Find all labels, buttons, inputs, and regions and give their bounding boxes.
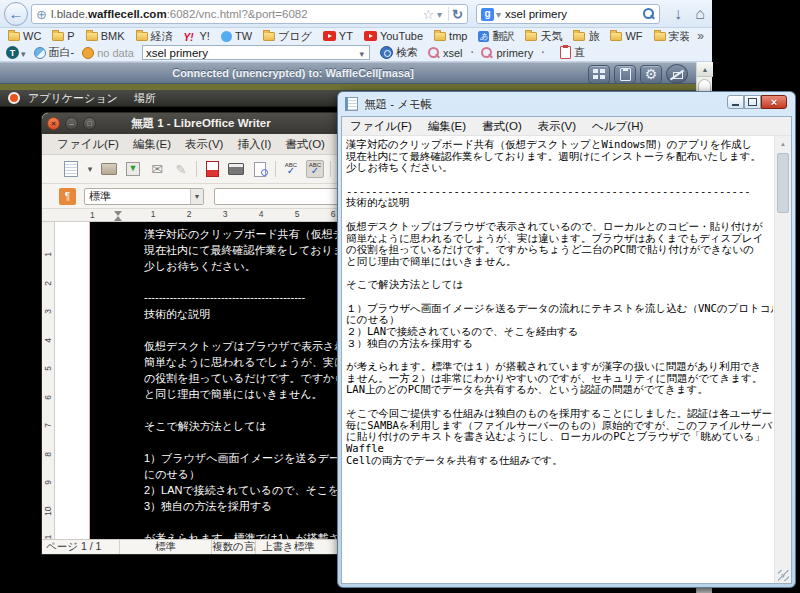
highlight-primery-label[interactable]: primery — [496, 47, 533, 59]
search-go-icon[interactable] — [643, 8, 655, 20]
writer-menu-item[interactable]: 挿入(I) — [230, 137, 278, 152]
reload-icon[interactable] — [452, 7, 463, 22]
writer-menu-item[interactable]: 書式(O) — [278, 137, 332, 152]
bookmark-item[interactable]: Y! — [184, 30, 210, 42]
notepad-text-line: 仮想デスクトップはブラウザで表示されているので、ローカルとのコピー・貼り付けが — [346, 220, 773, 232]
status-item[interactable]: 上書き — [256, 540, 294, 554]
addon-t-dropdown-icon[interactable] — [19, 47, 28, 59]
bookmark-item[interactable]: tmp — [434, 30, 467, 42]
vertical-ruler[interactable]: 1234567891011 — [42, 222, 55, 541]
print-preview-icon[interactable] — [251, 160, 269, 178]
bookmark-item[interactable]: 旅 — [573, 29, 599, 44]
clipboard-addon-icon[interactable] — [560, 46, 571, 59]
bookmark-item[interactable]: 実装 — [654, 29, 690, 44]
writer-maximize-button[interactable] — [83, 117, 96, 130]
omoshiro-label[interactable]: 面白- — [49, 45, 75, 60]
highlight-xsel-label[interactable]: xsel — [443, 47, 463, 59]
new-document-dropdown-icon[interactable] — [86, 160, 94, 178]
kensaku-icon[interactable] — [380, 46, 393, 59]
downloads-button[interactable] — [668, 3, 688, 25]
notepad-maximize-button[interactable] — [744, 95, 761, 109]
bookmark-item[interactable]: YT — [323, 30, 353, 42]
notepad-menu-item[interactable]: 編集(E) — [420, 119, 474, 134]
search-engine-icon[interactable] — [481, 8, 494, 21]
notepad-menu-item[interactable]: ファイル(F) — [342, 119, 420, 134]
bookmark-item[interactable]: YouTube — [364, 30, 423, 42]
vnc-clipboard-icon[interactable] — [614, 65, 636, 84]
paragraph-style-combo[interactable]: 標準 — [84, 188, 204, 205]
notepad-menu-item[interactable]: 書式(O) — [474, 119, 530, 134]
indent-marker[interactable] — [114, 211, 122, 216]
highlight-primery-icon[interactable] — [481, 47, 493, 59]
search-input[interactable]: xsel primery — [505, 8, 643, 20]
search-engine-dropdown-icon[interactable] — [494, 8, 505, 20]
scrollbar-up-icon[interactable] — [697, 62, 713, 77]
notepad-text[interactable]: 漢字対応のクリップボード共有（仮想デスクトップとWindows間）のアプリを作成… — [346, 138, 773, 583]
edit-mode-icon[interactable] — [172, 160, 190, 178]
home-button[interactable] — [690, 3, 710, 25]
addon-search-input[interactable]: xsel primery — [142, 45, 370, 60]
notepad-text-line: 漢字対応のクリップボード共有（仮想デスクトップとWindows間）のアプリを作成… — [346, 138, 773, 150]
notepad-edit-area[interactable]: 漢字対応のクリップボード共有（仮想デスクトップとWindows間）のアプリを作成… — [342, 136, 791, 583]
open-icon[interactable] — [100, 160, 118, 178]
export-pdf-icon[interactable] — [203, 160, 221, 178]
notepad-text-line — [346, 267, 773, 279]
style-combo-dropdown-icon[interactable] — [190, 189, 203, 204]
vnc-disconnect-icon[interactable] — [666, 64, 688, 84]
new-document-icon[interactable] — [62, 160, 80, 178]
bookmark-item[interactable]: 経済 — [136, 29, 173, 44]
writer-minimize-button[interactable] — [65, 117, 78, 130]
ubuntu-logo-icon[interactable] — [8, 92, 20, 104]
bookmark-item[interactable]: 天気 — [525, 29, 562, 44]
addon-search-value[interactable]: xsel primery — [146, 47, 357, 59]
notepad-close-button[interactable] — [761, 95, 787, 109]
notepad-scrollbar-thumb[interactable] — [777, 153, 789, 213]
notepad-minimize-button[interactable] — [727, 95, 744, 109]
save-icon[interactable] — [124, 160, 142, 178]
status-item[interactable]: 複数の言語 — [212, 540, 256, 554]
notepad-scrollbar[interactable] — [774, 136, 791, 583]
notepad-text-line — [346, 348, 773, 360]
panel-menu-item[interactable]: 場所 — [134, 91, 156, 106]
search-bar[interactable]: xsel primery — [476, 4, 660, 24]
panel-menu-item[interactable]: アプリケーション — [28, 91, 118, 106]
nao-label[interactable]: 直 — [574, 45, 585, 60]
url-dropdown-icon[interactable] — [434, 8, 445, 20]
spellcheck-icon[interactable] — [282, 160, 300, 178]
bookmark-item[interactable]: 翻訳 — [478, 29, 514, 44]
bookmark-item[interactable]: P — [52, 30, 74, 42]
notepad-menu-item[interactable]: ヘルプ(H) — [584, 119, 651, 134]
auto-spellcheck-icon[interactable] — [306, 160, 324, 178]
status-item[interactable]: 標準 — [294, 540, 315, 554]
addon-search-dropdown-icon[interactable] — [357, 47, 366, 59]
url-bar[interactable]: l.blade. wafflecell.com :6082/vnc.html?&… — [31, 4, 468, 24]
email-icon[interactable] — [148, 160, 166, 178]
writer-menu-item[interactable]: ファイル(F) — [50, 137, 126, 152]
vnc-extra-keys-icon[interactable] — [588, 65, 610, 84]
notepad-menu-item[interactable]: 表示(V) — [530, 119, 584, 134]
bookmark-item[interactable]: WC — [8, 30, 41, 42]
back-button[interactable] — [4, 2, 28, 26]
omoshiro-icon[interactable] — [34, 47, 46, 59]
writer-close-button[interactable] — [47, 117, 60, 130]
bookmark-item[interactable]: BMK — [86, 30, 125, 42]
bookmark-star-icon[interactable] — [422, 7, 434, 22]
highlight-xsel-icon[interactable] — [428, 47, 440, 59]
writer-menu-item[interactable]: 編集(E) — [126, 137, 178, 152]
bookmarks-overflow-button[interactable]: » — [689, 29, 712, 43]
status-item[interactable]: 標準 — [120, 540, 212, 554]
kensaku-label[interactable]: 検索 — [396, 45, 418, 60]
addon-t-icon[interactable] — [6, 46, 19, 59]
vnc-settings-gear-icon[interactable] — [640, 65, 662, 84]
resize-grip-icon[interactable] — [778, 570, 789, 581]
bookmark-item[interactable]: ブログ — [263, 29, 312, 44]
writer-menu-item[interactable]: 表示(V) — [178, 137, 230, 152]
status-item[interactable]: ページ 1 / 1 — [42, 540, 120, 554]
face-icon[interactable] — [82, 47, 94, 59]
url-domain: wafflecell.com — [88, 8, 167, 20]
bookmark-item[interactable]: TW — [221, 30, 252, 42]
print-icon[interactable] — [227, 160, 245, 178]
scroll-up-icon[interactable] — [775, 136, 791, 151]
apply-style-icon[interactable] — [59, 188, 76, 205]
bookmark-item[interactable]: WF — [610, 30, 642, 42]
